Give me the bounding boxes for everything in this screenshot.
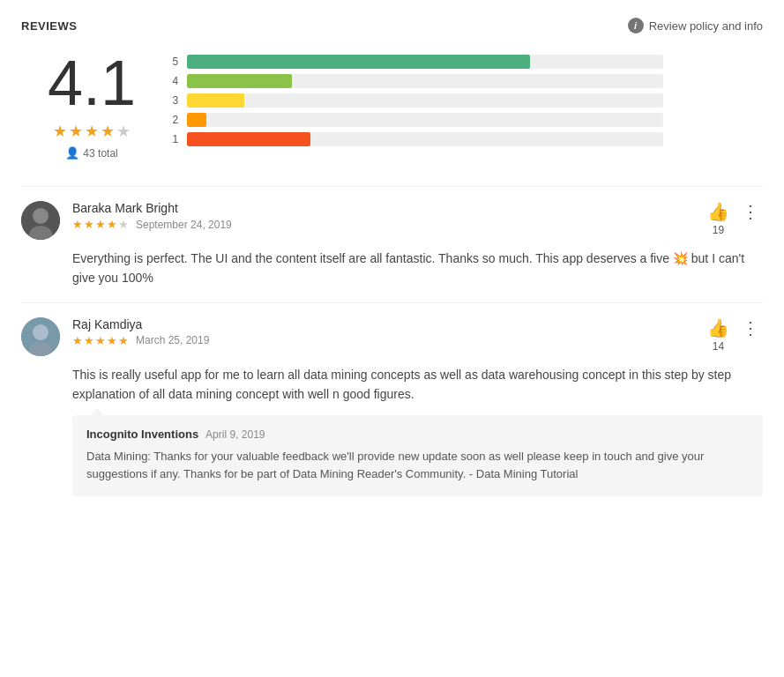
review-stars-date: ★★★★★September 24, 2019: [72, 218, 695, 231]
bar-track-3: [187, 93, 663, 108]
total-count: 43 total: [83, 147, 117, 160]
svg-point-4: [33, 324, 49, 340]
review-date: September 24, 2019: [136, 219, 232, 231]
review-star-3: ★: [95, 218, 106, 231]
more-options-icon[interactable]: ⋮: [738, 317, 763, 338]
bar-row-4: 4: [171, 74, 763, 88]
summary-stars: ★ ★ ★ ★ ★: [53, 122, 131, 141]
review-stars-date: ★★★★★March 25, 2019: [72, 334, 695, 347]
reply-date: April 9, 2019: [205, 428, 265, 441]
reply-header: Incognito InventionsApril 9, 2019: [86, 428, 749, 441]
bar-fill-5: [187, 55, 530, 69]
review-date: March 25, 2019: [136, 334, 209, 346]
reviews-list: Baraka Mark Bright★★★★★September 24, 201…: [21, 186, 763, 510]
rating-bar-chart: 54321: [171, 51, 763, 146]
review-star-5: ★: [118, 218, 129, 231]
bar-row-1: 1: [171, 132, 763, 146]
reviewer-name: Raj Kamdiya: [72, 317, 695, 331]
rating-summary: 4.1 ★ ★ ★ ★ ★ 👤 43 total 54321: [21, 51, 763, 160]
review-actions: 👍19⋮: [707, 201, 763, 236]
review-star-4: ★: [107, 218, 117, 231]
rating-number: 4.1: [48, 51, 136, 115]
review-star-1: ★: [72, 218, 83, 231]
svg-point-1: [33, 208, 49, 224]
avatar: [21, 317, 60, 356]
review-header-row: Raj Kamdiya★★★★★March 25, 2019👍14⋮: [21, 317, 763, 356]
bar-fill-3: [187, 93, 244, 108]
reviews-title: REVIEWS: [21, 19, 77, 33]
review-item: Raj Kamdiya★★★★★March 25, 2019👍14⋮This i…: [21, 302, 763, 510]
bar-label-4: 4: [171, 75, 178, 87]
review-actions: 👍14⋮: [707, 317, 763, 353]
bar-label-1: 1: [171, 133, 178, 145]
review-star-1: ★: [72, 334, 83, 347]
thumbs-count: 19: [713, 224, 724, 236]
policy-link-text: Review policy and info: [649, 19, 763, 33]
reply-author: Incognito Inventions: [86, 428, 198, 441]
bar-fill-4: [187, 74, 292, 88]
star-1: ★: [53, 122, 67, 141]
developer-reply: Incognito InventionsApril 9, 2019Data Mi…: [72, 415, 763, 497]
review-star-3: ★: [95, 334, 106, 347]
bar-label-5: 5: [171, 56, 178, 68]
thumbs-up-icon: 👍: [707, 201, 729, 222]
bar-track-1: [187, 132, 663, 146]
review-text: This is really useful app for me to lear…: [72, 365, 763, 405]
review-meta: Raj Kamdiya★★★★★March 25, 2019: [72, 317, 695, 347]
bar-label-3: 3: [171, 94, 178, 107]
star-2: ★: [69, 122, 83, 141]
avatar: [21, 201, 60, 240]
bar-row-3: 3: [171, 93, 763, 108]
review-meta: Baraka Mark Bright★★★★★September 24, 201…: [72, 201, 695, 231]
star-4: ★: [101, 122, 115, 141]
thumbs-up-button[interactable]: 👍14: [707, 317, 729, 353]
bar-track-5: [187, 55, 663, 69]
bar-fill-1: [187, 132, 310, 146]
review-star-2: ★: [84, 334, 94, 347]
star-3: ★: [85, 122, 99, 141]
review-item: Baraka Mark Bright★★★★★September 24, 201…: [21, 186, 763, 302]
review-stars: ★★★★★: [72, 334, 129, 347]
info-icon: i: [628, 18, 644, 33]
thumbs-count: 14: [713, 340, 724, 353]
review-text: Everything is perfect. The UI and the co…: [72, 249, 763, 288]
bar-row-5: 5: [171, 55, 763, 69]
bar-track-4: [187, 74, 663, 88]
total-label: 👤 43 total: [65, 146, 117, 160]
bar-label-2: 2: [171, 114, 178, 126]
review-stars: ★★★★★: [72, 218, 129, 231]
rating-big-score: 4.1 ★ ★ ★ ★ ★ 👤 43 total: [48, 51, 136, 160]
thumbs-up-icon: 👍: [707, 317, 729, 338]
star-5: ★: [116, 122, 131, 141]
reply-text: Data Mining: Thanks for your valuable fe…: [86, 448, 749, 485]
review-header-row: Baraka Mark Bright★★★★★September 24, 201…: [21, 201, 763, 240]
review-policy-link[interactable]: i Review policy and info: [628, 18, 763, 33]
review-star-2: ★: [84, 218, 94, 231]
reviews-header: REVIEWS i Review policy and info: [21, 18, 763, 33]
bar-fill-2: [187, 113, 206, 127]
review-star-5: ★: [118, 334, 129, 347]
review-star-4: ★: [107, 334, 117, 347]
reviews-section: REVIEWS i Review policy and info 4.1 ★ ★…: [0, 0, 784, 528]
more-options-icon[interactable]: ⋮: [738, 201, 763, 222]
thumbs-up-button[interactable]: 👍19: [707, 201, 729, 236]
person-icon: 👤: [65, 146, 79, 160]
reviewer-name: Baraka Mark Bright: [72, 201, 695, 215]
bar-track-2: [187, 113, 663, 127]
bar-row-2: 2: [171, 113, 763, 127]
